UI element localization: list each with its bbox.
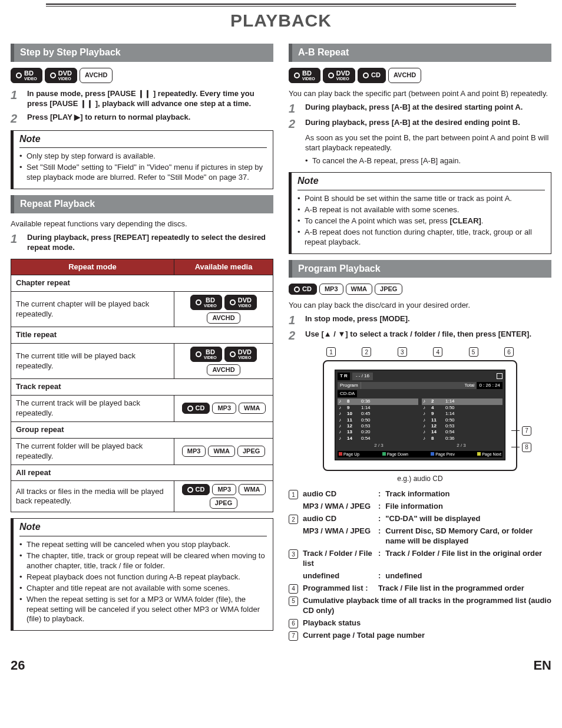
media-badges-program: CD MP3 WMA JPEG <box>289 284 551 295</box>
th-available-media: Available media <box>174 259 273 275</box>
note-box: Note Point B should be set within the sa… <box>289 172 551 253</box>
note-title: Note <box>19 520 267 536</box>
diagram-right-list: ♪21:14♪40:50♪91:14♪110:50♪120:53♪140:54♪… <box>422 398 503 442</box>
repeat-mode-name: Group repeat <box>11 421 273 438</box>
step-number: 1 <box>11 233 21 253</box>
program-intro: You can play back the disc/card in your … <box>289 301 551 311</box>
diagram-cdda-label: CD-DA <box>338 390 357 397</box>
badge-mp3: MP3 <box>212 484 236 495</box>
note-item: The chapter, title, track or group repea… <box>19 551 267 571</box>
page-footer: 26 EN <box>11 657 551 674</box>
ab-follow-bullets: To cancel the A-B repeat, press [A-B] ag… <box>305 156 551 166</box>
diagram-top-labels: 1 2 3 4 5 6 <box>323 347 517 357</box>
diagram-track-row: ♪21:14 <box>422 398 503 404</box>
diagram-track-row: ♪40:50 <box>422 405 503 411</box>
badge-dvd: DVDVIDEO <box>45 68 77 83</box>
program-step-1: 1 In stop mode, press [MODE]. <box>289 314 551 326</box>
tv-frame: T R - - / 16 Program Total 0 : 26 : 24 C… <box>323 360 517 470</box>
diagram-total-time: 0 : 26 : 24 <box>477 382 503 389</box>
legend-num: 7 <box>289 631 298 641</box>
diagram-track-row: ♪110:50 <box>422 417 503 423</box>
badge-jpeg: JPEG <box>375 284 402 295</box>
diagram-total-label: Total <box>462 382 477 389</box>
step-number: 1 <box>11 89 21 109</box>
callout-7-side: 7 <box>511 426 531 436</box>
note-item: Only step by step forward is available. <box>19 151 267 162</box>
diagram-caption: e.g.) audio CD <box>323 475 517 484</box>
legend-num: 2 <box>289 515 298 524</box>
badge-dvd: DVDVIDEO <box>224 347 257 362</box>
ab-step-2: 2 During playback, press [A-B] at the de… <box>289 118 551 130</box>
badge-avchd: AVCHD <box>207 364 240 375</box>
callout-2: 2 <box>362 347 371 357</box>
callout-4: 4 <box>433 347 442 357</box>
repeat-mode-desc: The current chapter will be played back … <box>11 292 174 327</box>
badge-bd: BDVIDEO <box>190 295 222 310</box>
note-list: Point B should be set within the same ti… <box>297 194 545 247</box>
section-ab-repeat: A-B Repeat <box>289 44 551 62</box>
legend-desc: undefined <box>385 571 551 581</box>
repeat-mode-desc: All tracks or files in the media will be… <box>11 481 174 512</box>
left-column: Step by Step Playback BDVIDEO DVDVIDEO A… <box>11 39 273 643</box>
badge-cd: CD <box>182 484 210 495</box>
repeat-mode-media: BDVIDEODVDVIDEOAVCHD <box>174 292 273 327</box>
legend-label: audio CD <box>303 489 373 499</box>
badge-bd: BDVIDEO <box>289 68 320 83</box>
note-item: To cancel the A point which was set, pre… <box>297 216 545 226</box>
diagram-pager-right: 2 / 3 <box>420 443 503 449</box>
note-item: A-B repeat is not available with some sc… <box>297 205 545 215</box>
diagram-legend: 1audio CD:Track information1MP3 / WMA / … <box>289 489 551 640</box>
legend-label: audio CD <box>303 514 373 524</box>
repeat-mode-desc: The current track will be played back re… <box>11 396 174 422</box>
diagram-left-list: ♪80:36♪91:14♪100:45♪110:50♪120:53♪130:20… <box>338 398 418 442</box>
note-item: Chapter and title repeat are not availab… <box>19 584 267 594</box>
diagram-track-row: ♪91:14 <box>422 411 503 417</box>
diagram-track-row: ♪140:54 <box>422 429 503 435</box>
step-text: In stop mode, press [MODE]. <box>305 314 551 326</box>
page-prev-btn: Page Prev <box>431 452 455 457</box>
legend-desc: Track / File list in the programmed orde… <box>378 584 551 594</box>
badge-wma: WMA <box>208 446 235 457</box>
step-1: 1 In pause mode, press [PAUSE ❙❙ ] repea… <box>11 89 273 109</box>
legend-label: MP3 / WMA / JPEG <box>303 502 373 512</box>
legend-label: MP3 / WMA / JPEG <box>303 526 373 536</box>
legend-label: Track / Folder / File list <box>303 549 373 569</box>
repeat-mode-name: Track repeat <box>11 379 273 396</box>
diagram-track-row: ♪100:45 <box>338 411 418 417</box>
badge-cd: CD <box>289 284 317 295</box>
program-diagram: 1 2 3 4 5 6 T R - - / 16 Program Total <box>323 347 517 483</box>
callout-1: 1 <box>326 347 336 357</box>
repeat-mode-desc: The current folder will be played back r… <box>11 438 174 465</box>
step-text: Use [▲ / ▼] to select a track / folder /… <box>305 330 551 341</box>
badge-dvd: DVDVIDEO <box>224 295 257 310</box>
step-text: During playback, press [A-B] at the desi… <box>305 118 551 130</box>
step-number: 1 <box>289 314 299 326</box>
badge-dvd: DVDVIDEO <box>323 68 355 83</box>
repeat-mode-media: BDVIDEODVDVIDEOAVCHD <box>174 344 273 379</box>
legend-label: Programmed list : <box>303 584 373 594</box>
legend-row: 1MP3 / WMA / JPEG:File information <box>289 502 551 512</box>
legend-num: 1 <box>289 490 298 499</box>
badge-bd: BDVIDEO <box>190 347 222 362</box>
right-column: A-B Repeat BDVIDEO DVDVIDEO CD AVCHD You… <box>289 39 551 643</box>
step-text: Press [PLAY ▶] to return to normal playb… <box>27 113 273 124</box>
badge-cd: CD <box>358 68 386 83</box>
legend-text: Current page / Total page number <box>303 631 551 641</box>
legend-row: 5Cumulative playback time of all tracks … <box>289 596 551 616</box>
diagram-track-row: ♪140:54 <box>338 436 418 442</box>
repeat-mode-media: MP3WMAJPEG <box>174 438 273 465</box>
section-repeat-playback: Repeat Playback <box>11 195 273 213</box>
ab-followup: As soon as you set the point B, the part… <box>305 133 551 153</box>
note-item: A-B repeat does not function during chap… <box>297 228 545 248</box>
note-box: Note The repeat setting will be canceled… <box>11 518 273 631</box>
ab-intro: You can play back the specific part (bet… <box>289 89 551 99</box>
diagram-track-row: ♪110:50 <box>338 417 418 423</box>
page-lang: EN <box>533 657 551 674</box>
step-number: 1 <box>289 103 299 114</box>
note-item: Repeat playback does not function during… <box>19 572 267 582</box>
diagram-footer-buttons: Page Up Page Down Page Prev Page Next <box>338 451 503 457</box>
diagram-track-row: ♪120:53 <box>338 423 418 429</box>
top-rule-outer <box>46 4 516 5</box>
badge-jpeg: JPEG <box>210 498 237 509</box>
note-item: The repeat setting will be canceled when… <box>19 540 267 550</box>
